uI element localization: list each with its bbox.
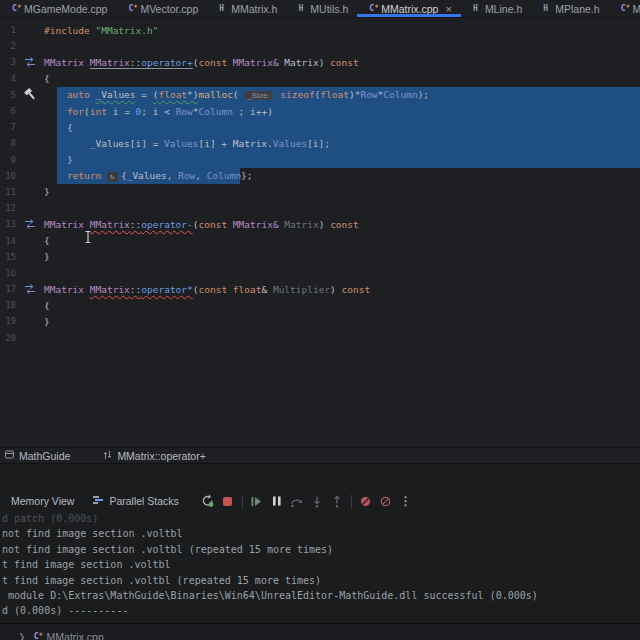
step-over-button[interactable] bbox=[287, 492, 307, 510]
code-line[interactable]: 7 { bbox=[0, 119, 640, 135]
stop-button[interactable] bbox=[218, 492, 238, 510]
tab-mvector-cpp[interactable]: C+MVector.cpp bbox=[116, 0, 207, 17]
view-breakpoints-button[interactable] bbox=[356, 492, 376, 510]
code-token bbox=[44, 89, 67, 100]
parallel-stacks-icon bbox=[92, 494, 104, 508]
code-token: const bbox=[199, 57, 228, 68]
parallel-stacks-label: Parallel Stacks bbox=[109, 495, 178, 507]
code-token: "MMatrix.h" bbox=[95, 25, 158, 36]
toolbar-separator bbox=[242, 495, 243, 508]
code-line[interactable]: 2 bbox=[0, 38, 640, 54]
code-token: :: bbox=[130, 284, 141, 295]
line-number: 20 bbox=[0, 333, 16, 343]
code-token: { bbox=[44, 122, 73, 133]
pause-icon bbox=[271, 495, 283, 507]
line-number: 10 bbox=[0, 171, 16, 181]
code-line[interactable]: 13MMatrix MMatrix::operator-(const MMatr… bbox=[0, 216, 640, 232]
tab-mgamemode-cpp[interactable]: C+MGameMode.cpp bbox=[0, 0, 116, 17]
cpp-file-icon: C+ bbox=[366, 3, 377, 14]
code-token: [i]; bbox=[307, 138, 330, 149]
frames-row[interactable]: ❯ C+ MMatrix.cpp bbox=[0, 623, 640, 640]
debug-panel: Memory View Parallel Stacks ⋮ d patch (0… bbox=[0, 463, 640, 640]
pause-button[interactable] bbox=[267, 492, 287, 510]
related-symbol-icon[interactable] bbox=[24, 56, 36, 68]
step-into-button[interactable] bbox=[307, 492, 327, 510]
code-token: const bbox=[199, 219, 228, 230]
tab-memory-view[interactable]: Memory View bbox=[4, 491, 81, 511]
gutter-cell bbox=[16, 71, 43, 87]
code-token bbox=[44, 106, 67, 117]
code-editor[interactable]: 1#include "MMatrix.h"23MMatrix MMatrix::… bbox=[0, 18, 640, 447]
breadcrumb-module[interactable]: MathGuide bbox=[4, 449, 70, 462]
tab-parallel-stacks[interactable]: Parallel Stacks bbox=[85, 491, 185, 511]
code-line[interactable]: 15} bbox=[0, 249, 640, 265]
tab-mplane-h[interactable]: HMPlane.h bbox=[531, 0, 608, 17]
code-token: for bbox=[67, 106, 84, 117]
gutter-cell bbox=[16, 216, 43, 232]
code-line[interactable]: 20 bbox=[0, 330, 640, 346]
code-token: MMatrix bbox=[44, 219, 84, 230]
line-number: 16 bbox=[0, 268, 16, 278]
code-line[interactable]: 8 _Values[i] = Values[i] + Matrix.Values… bbox=[0, 135, 640, 151]
code-line[interactable]: 17MMatrix MMatrix::operator*(const float… bbox=[0, 281, 640, 297]
code-text: } bbox=[43, 316, 50, 327]
code-line[interactable]: 9 } bbox=[0, 152, 640, 168]
gutter-cell bbox=[16, 168, 43, 184]
code-line[interactable]: 1#include "MMatrix.h" bbox=[0, 22, 640, 38]
code-line[interactable]: 11} bbox=[0, 184, 640, 200]
resume-button[interactable] bbox=[247, 492, 267, 510]
code-text: auto _Values = (float*)malloc( _Size: si… bbox=[43, 89, 429, 100]
code-line[interactable]: 14{ bbox=[0, 232, 640, 248]
console-line: not find image section .voltbl bbox=[2, 526, 640, 541]
code-token: MMatrix bbox=[44, 284, 84, 295]
line-number: 9 bbox=[0, 155, 16, 165]
tab-m[interactable]: C+M bbox=[609, 0, 640, 17]
more-button[interactable]: ⋮ bbox=[396, 492, 416, 510]
breadcrumb-symbol[interactable]: MMatrix::operator+ bbox=[102, 449, 205, 463]
code-line[interactable]: 5 auto _Values = (float*)malloc( _Size: … bbox=[0, 87, 640, 103]
close-tab-icon[interactable]: × bbox=[445, 4, 451, 14]
code-line[interactable]: 18{ bbox=[0, 297, 640, 313]
code-line[interactable]: 6 for(int i = 0; i < Row*Column ; i++) bbox=[0, 103, 640, 119]
cpp-file-icon: C+ bbox=[31, 631, 42, 640]
code-line[interactable]: 10 return ↻{_Values, Row, Column}; bbox=[0, 168, 640, 184]
tab-mmatrix-cpp[interactable]: C+MMatrix.cpp× bbox=[357, 0, 461, 17]
line-number: 3 bbox=[0, 57, 16, 67]
code-token: MMatrix bbox=[44, 57, 84, 68]
code-token: ( bbox=[233, 89, 244, 100]
line-number: 4 bbox=[0, 74, 16, 84]
code-token: Values bbox=[164, 138, 198, 149]
hammer-icon[interactable] bbox=[23, 88, 37, 102]
line-number: 14 bbox=[0, 236, 16, 246]
tab-mline-h[interactable]: HMLine.h bbox=[461, 0, 531, 17]
code-text: MMatrix MMatrix::operator-(const MMatrix… bbox=[43, 219, 359, 230]
tab-mutils-h[interactable]: HMUtils.h bbox=[286, 0, 357, 17]
mute-breakpoints-button[interactable] bbox=[376, 492, 396, 510]
resume-icon bbox=[250, 495, 263, 508]
line-number: 15 bbox=[0, 252, 16, 262]
code-token: float bbox=[320, 89, 349, 100]
code-token: Row bbox=[176, 106, 193, 117]
gutter-cell bbox=[16, 54, 43, 70]
code-line[interactable]: 19} bbox=[0, 313, 640, 329]
code-token: Row bbox=[360, 89, 377, 100]
code-token: const bbox=[199, 284, 228, 295]
related-symbol-icon[interactable] bbox=[24, 218, 36, 230]
code-token: operator- bbox=[141, 219, 192, 230]
debugger-toolbar: ⋮ bbox=[198, 492, 416, 510]
step-out-button[interactable] bbox=[327, 492, 347, 510]
code-line[interactable]: 3MMatrix MMatrix::operator+(const MMatri… bbox=[0, 54, 640, 70]
code-token: const bbox=[342, 284, 371, 295]
ide-window: C+MGameMode.cppC+MVector.cppHMMatrix.hHM… bbox=[0, 0, 640, 640]
code-line[interactable]: 16 bbox=[0, 265, 640, 281]
code-token: MMatrix bbox=[90, 57, 130, 68]
breadcrumb-symbol-label: MMatrix::operator+ bbox=[117, 450, 205, 462]
tab-label: MGameMode.cpp bbox=[24, 3, 107, 15]
line-number: 17 bbox=[0, 284, 16, 294]
related-symbol-icon[interactable] bbox=[24, 283, 36, 295]
rerun-button[interactable] bbox=[198, 492, 218, 510]
code-token: Matrix bbox=[284, 219, 318, 230]
tab-mmatrix-h[interactable]: HMMatrix.h bbox=[207, 0, 286, 17]
code-line[interactable]: 12 bbox=[0, 200, 640, 216]
code-line[interactable]: 4{ bbox=[0, 71, 640, 87]
